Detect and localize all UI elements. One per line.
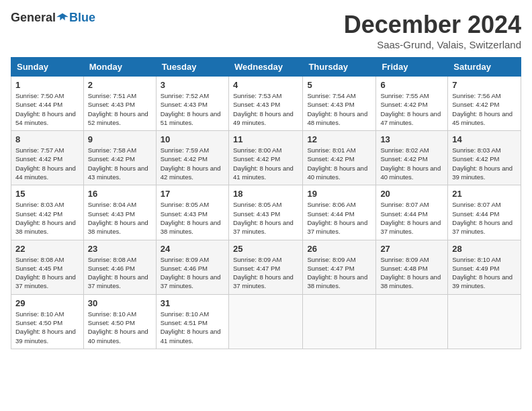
calendar-day-cell: 9 Sunrise: 7:58 AMSunset: 4:42 PMDayligh… [83,131,156,185]
logo-bird-icon [56,12,69,24]
calendar-week-row: 1 Sunrise: 7:50 AMSunset: 4:44 PMDayligh… [11,77,521,131]
logo-blue-text: Blue [69,11,95,25]
day-info: Sunrise: 7:55 AMSunset: 4:42 PMDaylight:… [380,91,443,127]
day-number: 2 [88,80,152,90]
day-number: 29 [15,298,79,308]
calendar-day-cell: 26 Sunrise: 8:09 AMSunset: 4:47 PMDaylig… [303,240,376,294]
day-number: 9 [88,134,152,144]
calendar-day-cell: 10 Sunrise: 7:59 AMSunset: 4:42 PMDaylig… [156,131,228,185]
calendar-day-cell: 6 Sunrise: 7:55 AMSunset: 4:42 PMDayligh… [376,77,448,131]
calendar-day-cell: 12 Sunrise: 8:01 AMSunset: 4:42 PMDaylig… [303,131,376,185]
calendar-day-cell: 27 Sunrise: 8:09 AMSunset: 4:48 PMDaylig… [376,240,448,294]
day-number: 13 [380,134,443,144]
weekday-header-row: SundayMondayTuesdayWednesdayThursdayFrid… [11,58,521,77]
day-info: Sunrise: 8:09 AMSunset: 4:46 PMDaylight:… [161,255,224,291]
day-number: 21 [452,189,517,199]
day-number: 17 [161,189,224,199]
weekday-header-cell: Tuesday [156,58,228,77]
calendar-day-cell [303,294,376,349]
calendar-week-row: 29 Sunrise: 8:10 AMSunset: 4:50 PMDaylig… [11,294,521,349]
day-number: 10 [161,134,224,144]
day-number: 18 [233,189,298,199]
day-number: 7 [452,80,517,90]
calendar-day-cell: 24 Sunrise: 8:09 AMSunset: 4:46 PMDaylig… [156,240,228,294]
calendar-day-cell: 3 Sunrise: 7:52 AMSunset: 4:43 PMDayligh… [156,77,228,131]
calendar-day-cell: 8 Sunrise: 7:57 AMSunset: 4:42 PMDayligh… [11,131,84,185]
day-info: Sunrise: 8:03 AMSunset: 4:42 PMDaylight:… [452,146,517,181]
calendar-day-cell [448,294,521,349]
weekday-header-cell: Thursday [303,58,376,77]
day-info: Sunrise: 8:03 AMSunset: 4:42 PMDaylight:… [15,200,79,236]
title-section: December 2024 Saas-Grund, Valais, Switze… [344,11,521,50]
calendar-day-cell: 29 Sunrise: 8:10 AMSunset: 4:50 PMDaylig… [11,294,84,349]
day-number: 31 [161,298,224,308]
day-info: Sunrise: 8:08 AMSunset: 4:46 PMDaylight:… [88,255,152,291]
day-number: 27 [380,244,443,254]
day-number: 14 [452,134,517,144]
calendar-table: SundayMondayTuesdayWednesdayThursdayFrid… [11,57,521,349]
day-number: 12 [307,134,371,144]
weekday-header-cell: Monday [83,58,156,77]
calendar-body: 1 Sunrise: 7:50 AMSunset: 4:44 PMDayligh… [11,77,521,349]
calendar-day-cell: 16 Sunrise: 8:04 AMSunset: 4:43 PMDaylig… [83,185,156,240]
day-info: Sunrise: 7:54 AMSunset: 4:43 PMDaylight:… [307,91,371,127]
calendar-day-cell: 18 Sunrise: 8:05 AMSunset: 4:43 PMDaylig… [228,185,302,240]
day-number: 23 [88,244,152,254]
calendar-day-cell: 7 Sunrise: 7:56 AMSunset: 4:42 PMDayligh… [448,77,521,131]
day-info: Sunrise: 7:58 AMSunset: 4:42 PMDaylight:… [88,146,152,181]
calendar-day-cell: 23 Sunrise: 8:08 AMSunset: 4:46 PMDaylig… [83,240,156,294]
logo: General Blue [11,11,95,25]
day-number: 20 [380,189,443,199]
calendar-day-cell: 4 Sunrise: 7:53 AMSunset: 4:43 PMDayligh… [228,77,302,131]
day-info: Sunrise: 7:52 AMSunset: 4:43 PMDaylight:… [161,91,224,127]
day-number: 15 [15,189,79,199]
month-title: December 2024 [344,11,521,39]
weekday-header-cell: Saturday [448,58,521,77]
calendar-day-cell: 13 Sunrise: 8:02 AMSunset: 4:42 PMDaylig… [376,131,448,185]
day-number: 28 [452,244,517,254]
day-info: Sunrise: 8:10 AMSunset: 4:51 PMDaylight:… [161,310,224,345]
day-info: Sunrise: 8:02 AMSunset: 4:42 PMDaylight:… [380,146,443,181]
day-info: Sunrise: 7:51 AMSunset: 4:43 PMDaylight:… [88,91,152,127]
day-number: 26 [307,244,371,254]
calendar-day-cell: 15 Sunrise: 8:03 AMSunset: 4:42 PMDaylig… [11,185,84,240]
calendar-day-cell: 17 Sunrise: 8:05 AMSunset: 4:43 PMDaylig… [156,185,228,240]
day-info: Sunrise: 8:05 AMSunset: 4:43 PMDaylight:… [161,200,224,236]
day-number: 6 [380,80,443,90]
day-number: 25 [233,244,298,254]
location: Saas-Grund, Valais, Switzerland [344,39,521,50]
weekday-header-cell: Sunday [11,58,84,77]
weekday-header-cell: Wednesday [228,58,302,77]
day-info: Sunrise: 8:10 AMSunset: 4:50 PMDaylight:… [15,310,79,345]
day-number: 3 [161,80,224,90]
calendar-week-row: 8 Sunrise: 7:57 AMSunset: 4:42 PMDayligh… [11,131,521,185]
calendar-day-cell: 22 Sunrise: 8:08 AMSunset: 4:45 PMDaylig… [11,240,84,294]
calendar-day-cell: 19 Sunrise: 8:06 AMSunset: 4:44 PMDaylig… [303,185,376,240]
calendar-day-cell: 21 Sunrise: 8:07 AMSunset: 4:44 PMDaylig… [448,185,521,240]
day-info: Sunrise: 8:04 AMSunset: 4:43 PMDaylight:… [88,200,152,236]
calendar-day-cell [228,294,302,349]
day-info: Sunrise: 8:10 AMSunset: 4:50 PMDaylight:… [88,310,152,345]
day-info: Sunrise: 8:09 AMSunset: 4:47 PMDaylight:… [233,255,298,291]
day-number: 8 [15,134,79,144]
day-number: 19 [307,189,371,199]
day-info: Sunrise: 7:56 AMSunset: 4:42 PMDaylight:… [452,91,517,127]
day-info: Sunrise: 8:01 AMSunset: 4:42 PMDaylight:… [307,146,371,181]
day-number: 4 [233,80,298,90]
calendar-day-cell: 2 Sunrise: 7:51 AMSunset: 4:43 PMDayligh… [83,77,156,131]
weekday-header-cell: Friday [376,58,448,77]
day-info: Sunrise: 8:07 AMSunset: 4:44 PMDaylight:… [452,200,517,236]
calendar-day-cell: 5 Sunrise: 7:54 AMSunset: 4:43 PMDayligh… [303,77,376,131]
day-info: Sunrise: 8:09 AMSunset: 4:47 PMDaylight:… [307,255,371,291]
calendar-week-row: 15 Sunrise: 8:03 AMSunset: 4:42 PMDaylig… [11,185,521,240]
day-info: Sunrise: 8:00 AMSunset: 4:42 PMDaylight:… [233,146,298,181]
day-number: 24 [161,244,224,254]
day-info: Sunrise: 7:53 AMSunset: 4:43 PMDaylight:… [233,91,298,127]
day-number: 30 [88,298,152,308]
day-info: Sunrise: 8:05 AMSunset: 4:43 PMDaylight:… [233,200,298,236]
calendar-day-cell: 20 Sunrise: 8:07 AMSunset: 4:44 PMDaylig… [376,185,448,240]
day-number: 22 [15,244,79,254]
page-header: General Blue December 2024 Saas-Grund, V… [11,11,521,50]
calendar-day-cell: 1 Sunrise: 7:50 AMSunset: 4:44 PMDayligh… [11,77,84,131]
calendar-week-row: 22 Sunrise: 8:08 AMSunset: 4:45 PMDaylig… [11,240,521,294]
